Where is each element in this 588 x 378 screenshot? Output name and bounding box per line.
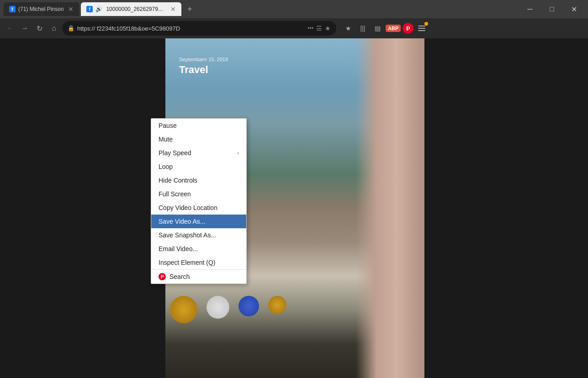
full-screen-label: Full Screen: [159, 190, 239, 198]
context-menu-search[interactable]: P Search: [151, 269, 246, 284]
title-bar: f (71) Michel Pinson ✕ f 🔊 10000000_2626…: [0, 0, 588, 18]
extensions-icon[interactable]: ★: [342, 22, 355, 35]
tab-label-1: (71) Michel Pinson: [18, 6, 64, 12]
refresh-button[interactable]: ↻: [33, 22, 46, 35]
save-video-label: Save Video As...: [159, 218, 239, 225]
video-date: Septembarrr 15, 2018: [179, 57, 228, 62]
email-video-label: Email Video...: [159, 245, 239, 252]
pause-label: Pause: [159, 122, 239, 129]
copy-video-label: Copy Video Location: [159, 204, 239, 211]
tab-favicon-1: f: [9, 6, 16, 12]
tab-label-2: 10000000_26262979108306: [106, 6, 166, 12]
context-menu: Pause Mute Play Speed › Loop Hide Contro…: [151, 118, 247, 284]
window-controls: ─ □ ✕: [519, 0, 584, 18]
context-menu-mute[interactable]: Mute: [151, 132, 246, 146]
toolbar-right: ★ ||| ▤ ABP P: [342, 22, 428, 35]
back-button[interactable]: ←: [4, 22, 16, 35]
lock-icon: 🔒: [68, 25, 74, 31]
maximize-button[interactable]: □: [541, 0, 562, 18]
right-sidebar: [424, 38, 588, 378]
star-icon[interactable]: ★: [325, 25, 331, 32]
circle-blue: [238, 296, 259, 316]
context-menu-email-video[interactable]: Email Video...: [151, 242, 246, 256]
tab-close-1[interactable]: ✕: [68, 5, 74, 13]
context-menu-play-speed[interactable]: Play Speed ›: [151, 146, 246, 160]
context-menu-save-video[interactable]: Save Video As...: [151, 215, 246, 228]
menu-button[interactable]: [415, 22, 428, 35]
pinterest-toolbar-icon[interactable]: P: [403, 23, 413, 34]
menu-line-1: [418, 26, 425, 26]
play-speed-arrow: ›: [237, 150, 239, 156]
context-menu-save-snapshot[interactable]: Save Snapshot As...: [151, 228, 246, 242]
url-bar[interactable]: 🔒 https:// f2234fc105f18b&oe=5C98097D ••…: [62, 21, 336, 36]
tab-favicon-2: f: [86, 6, 93, 12]
tab-audio-icon: 🔊: [95, 6, 102, 12]
video-overlay: Septembarrr 15, 2018 Travel: [179, 57, 228, 76]
tab-close-2[interactable]: ✕: [170, 5, 176, 13]
context-menu-full-screen[interactable]: Full Screen: [151, 187, 246, 201]
minimize-button[interactable]: ─: [519, 0, 540, 18]
play-speed-label: Play Speed: [159, 149, 233, 157]
url-icons: ••• ☰ ★: [307, 25, 331, 32]
hide-controls-label: Hide Controls: [159, 177, 239, 184]
video-circles: [170, 296, 286, 323]
circle-white: [207, 296, 229, 319]
circle-gold-2: [268, 296, 286, 314]
mute-label: Mute: [159, 136, 239, 143]
bookmark-icon[interactable]: ☰: [316, 25, 322, 32]
library-icon[interactable]: |||: [356, 22, 369, 35]
inspect-element-label: Inspect Element (Q): [159, 259, 239, 266]
context-menu-copy-video[interactable]: Copy Video Location: [151, 201, 246, 215]
address-bar: ← → ↻ ⌂ 🔒 https:// f2234fc105f18b&oe=5C9…: [0, 18, 588, 38]
forward-button[interactable]: →: [18, 22, 31, 35]
home-button[interactable]: ⌂: [48, 22, 60, 35]
browser-chrome: f (71) Michel Pinson ✕ f 🔊 10000000_2626…: [0, 0, 588, 38]
close-button[interactable]: ✕: [563, 0, 584, 18]
url-options-icon[interactable]: •••: [307, 25, 313, 31]
building-overlay: [356, 38, 424, 378]
warning-badge: [424, 22, 428, 26]
circle-gold: [170, 296, 197, 323]
menu-line-3: [418, 30, 425, 31]
content-area: Septembarrr 15, 2018 Travel Pause Mute P…: [0, 38, 588, 378]
pinterest-context-icon: P: [159, 273, 166, 280]
tab-facebook[interactable]: f (71) Michel Pinson ✕: [4, 2, 79, 16]
context-menu-loop[interactable]: Loop: [151, 160, 246, 173]
search-label: Search: [170, 273, 239, 280]
context-menu-pause[interactable]: Pause: [151, 119, 246, 132]
url-text: https:// f2234fc105f18b&oe=5C98097D: [77, 25, 305, 32]
menu-line-2: [418, 28, 425, 29]
context-menu-hide-controls[interactable]: Hide Controls: [151, 173, 246, 187]
context-menu-inspect-element[interactable]: Inspect Element (Q): [151, 256, 246, 269]
tab-video[interactable]: f 🔊 10000000_26262979108306 ✕: [81, 2, 181, 16]
new-tab-button[interactable]: +: [183, 3, 196, 16]
adblock-button[interactable]: ABP: [386, 25, 401, 32]
video-title: Travel: [179, 64, 228, 76]
save-snapshot-label: Save Snapshot As...: [159, 231, 239, 239]
left-sidebar: [0, 38, 165, 378]
sidebar-icon[interactable]: ▤: [371, 22, 384, 35]
loop-label: Loop: [159, 163, 239, 170]
